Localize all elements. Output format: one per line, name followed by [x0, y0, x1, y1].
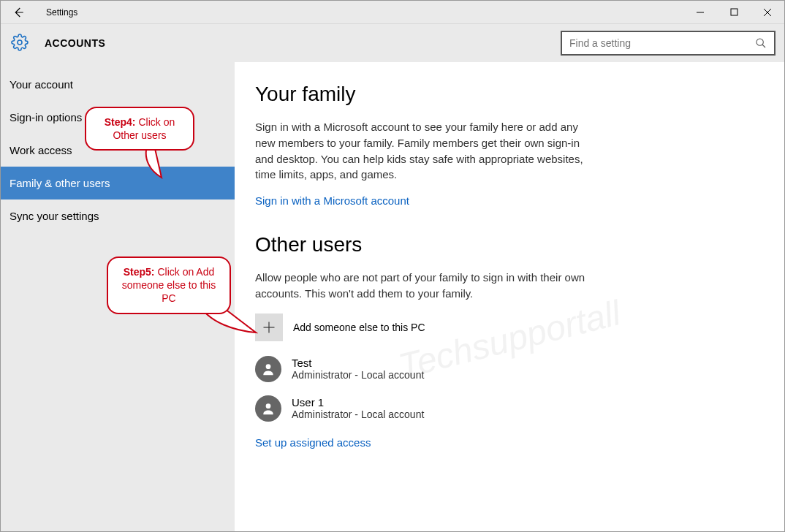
- person-icon: [261, 362, 276, 376]
- family-heading: Your family: [255, 83, 726, 106]
- user-role: Administrator - Local account: [292, 369, 424, 381]
- titlebar: Settings: [1, 1, 784, 24]
- callout-step4: Step4: Click on Other users: [85, 107, 194, 151]
- back-button[interactable]: [1, 1, 36, 24]
- search-box[interactable]: [561, 31, 775, 56]
- maximize-button[interactable]: [717, 1, 751, 24]
- section-title: ACCOUNTS: [45, 37, 105, 49]
- person-icon: [261, 401, 276, 416]
- sidebar-item-family-other-users[interactable]: Family & other users: [1, 167, 235, 200]
- other-users-description: Allow people who are not part of your fa…: [255, 270, 591, 302]
- family-description: Sign in with a Microsoft account to see …: [255, 119, 591, 183]
- svg-line-6: [762, 45, 765, 48]
- callout-step5: Step5: Click on Add someone else to this…: [107, 256, 231, 314]
- close-button[interactable]: [751, 1, 784, 24]
- sign-in-microsoft-link[interactable]: Sign in with a Microsoft account: [255, 194, 409, 207]
- minimize-icon: [696, 8, 705, 17]
- svg-point-9: [266, 364, 271, 369]
- svg-point-5: [756, 39, 763, 45]
- minimize-button[interactable]: [683, 1, 717, 24]
- gear-icon: [11, 34, 30, 53]
- svg-point-10: [266, 403, 271, 408]
- main-pane: Your family Sign in with a Microsoft acc…: [235, 62, 784, 531]
- sidebar-item-sync-settings[interactable]: Sync your settings: [1, 200, 235, 232]
- plus-icon: [262, 320, 276, 335]
- add-someone-label: Add someone else to this PC: [293, 322, 425, 333]
- callout-step-label: Step4:: [105, 116, 136, 128]
- user-row[interactable]: Test Administrator - Local account: [255, 356, 726, 382]
- avatar: [255, 395, 281, 422]
- sidebar-item-your-account[interactable]: Your account: [1, 68, 235, 101]
- user-name: User 1: [292, 396, 424, 408]
- arrow-left-icon: [12, 6, 25, 19]
- maximize-icon: [730, 8, 738, 16]
- window-title: Settings: [36, 7, 77, 18]
- callout-tail-icon: [140, 145, 169, 180]
- svg-point-4: [18, 40, 22, 45]
- header: ACCOUNTS: [1, 24, 784, 62]
- search-icon: [755, 37, 767, 49]
- user-name: Test: [292, 357, 424, 369]
- assigned-access-link[interactable]: Set up assigned access: [255, 436, 371, 449]
- avatar: [255, 356, 281, 382]
- close-icon: [763, 8, 772, 17]
- user-role: Administrator - Local account: [292, 408, 424, 420]
- add-someone-row[interactable]: Add someone else to this PC: [255, 314, 726, 341]
- user-row[interactable]: User 1 Administrator - Local account: [255, 395, 726, 422]
- search-input[interactable]: [569, 37, 755, 49]
- callout-step-label: Step5:: [124, 266, 155, 278]
- svg-rect-1: [731, 9, 737, 15]
- other-users-heading: Other users: [255, 233, 726, 256]
